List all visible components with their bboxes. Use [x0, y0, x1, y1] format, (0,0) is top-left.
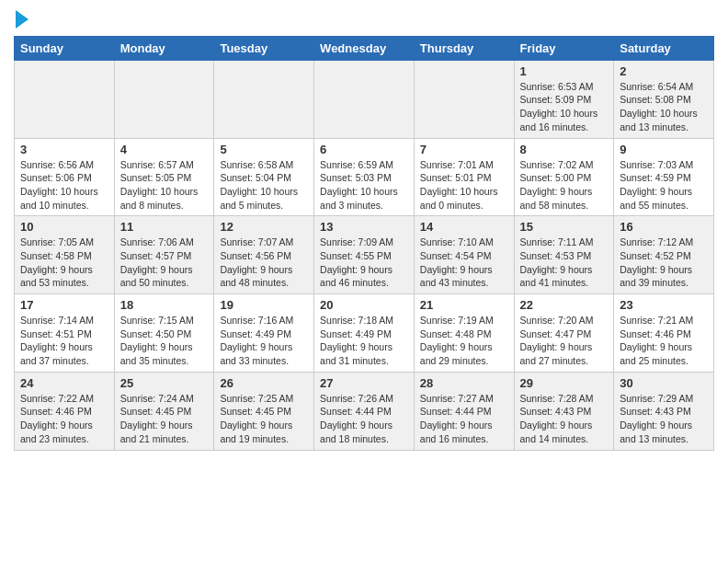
day-content: Sunrise: 7:27 AM Sunset: 4:44 PM Dayligh…: [420, 392, 508, 446]
day-content: Sunrise: 7:10 AM Sunset: 4:54 PM Dayligh…: [420, 236, 508, 290]
table-cell: 11Sunrise: 7:06 AM Sunset: 4:57 PM Dayli…: [114, 216, 214, 294]
day-number: 18: [120, 298, 209, 312]
day-number: 22: [520, 298, 609, 312]
day-number: 24: [20, 376, 108, 390]
table-cell: [214, 60, 314, 138]
day-number: 15: [520, 220, 609, 234]
table-cell: 16Sunrise: 7:12 AM Sunset: 4:52 PM Dayli…: [614, 216, 714, 294]
table-cell: 13Sunrise: 7:09 AM Sunset: 4:55 PM Dayli…: [314, 216, 415, 294]
day-content: Sunrise: 7:05 AM Sunset: 4:58 PM Dayligh…: [20, 236, 108, 290]
day-number: 5: [220, 143, 308, 156]
day-content: Sunrise: 7:22 AM Sunset: 4:46 PM Dayligh…: [20, 392, 108, 446]
table-cell: 20Sunrise: 7:18 AM Sunset: 4:49 PM Dayli…: [314, 294, 415, 373]
table-cell: 2Sunrise: 6:54 AM Sunset: 5:08 PM Daylig…: [614, 60, 714, 138]
day-content: Sunrise: 7:21 AM Sunset: 4:46 PM Dayligh…: [620, 314, 708, 368]
day-number: 20: [320, 298, 408, 312]
header: [14, 9, 714, 29]
table-cell: 3Sunrise: 6:56 AM Sunset: 5:06 PM Daylig…: [15, 138, 115, 216]
day-number: 4: [120, 143, 209, 156]
table-cell: 25Sunrise: 7:24 AM Sunset: 4:45 PM Dayli…: [114, 372, 214, 450]
day-content: Sunrise: 7:07 AM Sunset: 4:56 PM Dayligh…: [220, 236, 308, 290]
day-number: 25: [120, 376, 209, 390]
table-cell: 29Sunrise: 7:28 AM Sunset: 4:43 PM Dayli…: [514, 372, 614, 450]
day-content: Sunrise: 6:53 AM Sunset: 5:09 PM Dayligh…: [520, 80, 609, 134]
day-number: 16: [620, 220, 708, 234]
table-cell: 7Sunrise: 7:01 AM Sunset: 5:01 PM Daylig…: [414, 138, 514, 216]
day-number: 28: [420, 376, 508, 390]
day-content: Sunrise: 7:16 AM Sunset: 4:49 PM Dayligh…: [220, 314, 308, 368]
table-cell: 6Sunrise: 6:59 AM Sunset: 5:03 PM Daylig…: [314, 138, 415, 216]
logo: [14, 9, 28, 29]
col-saturday: Saturday: [614, 36, 714, 60]
table-cell: 9Sunrise: 7:03 AM Sunset: 4:59 PM Daylig…: [614, 138, 714, 216]
day-content: Sunrise: 6:57 AM Sunset: 5:05 PM Dayligh…: [120, 158, 209, 213]
day-number: 11: [120, 220, 209, 234]
page-container: Sunday Monday Tuesday Wednesday Thursday…: [0, 0, 728, 460]
day-content: Sunrise: 7:18 AM Sunset: 4:49 PM Dayligh…: [320, 314, 408, 368]
table-cell: 28Sunrise: 7:27 AM Sunset: 4:44 PM Dayli…: [414, 372, 514, 450]
col-sunday: Sunday: [15, 36, 115, 60]
day-content: Sunrise: 6:58 AM Sunset: 5:04 PM Dayligh…: [220, 158, 308, 213]
col-tuesday: Tuesday: [214, 36, 314, 60]
day-number: 10: [20, 220, 108, 234]
table-cell: 5Sunrise: 6:58 AM Sunset: 5:04 PM Daylig…: [214, 138, 314, 216]
table-cell: 19Sunrise: 7:16 AM Sunset: 4:49 PM Dayli…: [214, 294, 314, 373]
day-content: Sunrise: 7:29 AM Sunset: 4:43 PM Dayligh…: [620, 392, 708, 446]
day-content: Sunrise: 6:56 AM Sunset: 5:06 PM Dayligh…: [20, 158, 108, 213]
table-cell: 27Sunrise: 7:26 AM Sunset: 4:44 PM Dayli…: [314, 372, 415, 450]
day-content: Sunrise: 7:06 AM Sunset: 4:57 PM Dayligh…: [120, 236, 209, 290]
day-content: Sunrise: 7:28 AM Sunset: 4:43 PM Dayligh…: [520, 392, 609, 446]
day-number: 9: [620, 143, 708, 156]
table-cell: 14Sunrise: 7:10 AM Sunset: 4:54 PM Dayli…: [414, 216, 514, 294]
table-cell: 12Sunrise: 7:07 AM Sunset: 4:56 PM Dayli…: [214, 216, 314, 294]
calendar-week-row: 1Sunrise: 6:53 AM Sunset: 5:09 PM Daylig…: [15, 60, 714, 138]
table-cell: 30Sunrise: 7:29 AM Sunset: 4:43 PM Dayli…: [614, 372, 714, 450]
day-number: 13: [320, 220, 408, 234]
day-content: Sunrise: 7:11 AM Sunset: 4:53 PM Dayligh…: [520, 236, 609, 290]
day-number: 6: [320, 143, 408, 156]
table-cell: [314, 60, 415, 138]
table-cell: 4Sunrise: 6:57 AM Sunset: 5:05 PM Daylig…: [114, 138, 214, 216]
calendar-week-row: 10Sunrise: 7:05 AM Sunset: 4:58 PM Dayli…: [15, 216, 714, 294]
day-number: 30: [620, 376, 708, 390]
day-content: Sunrise: 7:14 AM Sunset: 4:51 PM Dayligh…: [20, 314, 108, 368]
table-cell: 1Sunrise: 6:53 AM Sunset: 5:09 PM Daylig…: [514, 60, 614, 138]
day-number: 8: [520, 143, 609, 156]
table-cell: 24Sunrise: 7:22 AM Sunset: 4:46 PM Dayli…: [15, 372, 115, 450]
day-number: 29: [520, 376, 609, 390]
table-cell: 21Sunrise: 7:19 AM Sunset: 4:48 PM Dayli…: [414, 294, 514, 373]
day-content: Sunrise: 7:19 AM Sunset: 4:48 PM Dayligh…: [420, 314, 508, 368]
col-friday: Friday: [514, 36, 614, 60]
day-content: Sunrise: 7:15 AM Sunset: 4:50 PM Dayligh…: [120, 314, 209, 368]
calendar-table: Sunday Monday Tuesday Wednesday Thursday…: [14, 36, 714, 451]
table-cell: 26Sunrise: 7:25 AM Sunset: 4:45 PM Dayli…: [214, 372, 314, 450]
day-content: Sunrise: 7:12 AM Sunset: 4:52 PM Dayligh…: [620, 236, 708, 290]
day-number: 14: [420, 220, 508, 234]
day-number: 2: [620, 64, 708, 78]
col-monday: Monday: [114, 36, 214, 60]
table-cell: [15, 60, 115, 138]
calendar-week-row: 17Sunrise: 7:14 AM Sunset: 4:51 PM Dayli…: [15, 294, 714, 373]
day-number: 27: [320, 376, 408, 390]
day-content: Sunrise: 7:03 AM Sunset: 4:59 PM Dayligh…: [620, 158, 708, 213]
table-cell: 15Sunrise: 7:11 AM Sunset: 4:53 PM Dayli…: [514, 216, 614, 294]
day-content: Sunrise: 6:54 AM Sunset: 5:08 PM Dayligh…: [620, 80, 708, 134]
day-content: Sunrise: 7:01 AM Sunset: 5:01 PM Dayligh…: [420, 158, 508, 213]
calendar-week-row: 3Sunrise: 6:56 AM Sunset: 5:06 PM Daylig…: [15, 138, 714, 216]
table-cell: [414, 60, 514, 138]
day-content: Sunrise: 7:25 AM Sunset: 4:45 PM Dayligh…: [220, 392, 308, 446]
logo-arrow-icon: [16, 10, 28, 29]
col-wednesday: Wednesday: [314, 36, 415, 60]
day-content: Sunrise: 7:20 AM Sunset: 4:47 PM Dayligh…: [520, 314, 609, 368]
day-number: 19: [220, 298, 308, 312]
table-cell: 23Sunrise: 7:21 AM Sunset: 4:46 PM Dayli…: [614, 294, 714, 373]
table-cell: [114, 60, 214, 138]
table-cell: 18Sunrise: 7:15 AM Sunset: 4:50 PM Dayli…: [114, 294, 214, 373]
day-content: Sunrise: 7:26 AM Sunset: 4:44 PM Dayligh…: [320, 392, 408, 446]
day-content: Sunrise: 7:02 AM Sunset: 5:00 PM Dayligh…: [520, 158, 609, 213]
day-number: 12: [220, 220, 308, 234]
day-content: Sunrise: 6:59 AM Sunset: 5:03 PM Dayligh…: [320, 158, 408, 213]
calendar-week-row: 24Sunrise: 7:22 AM Sunset: 4:46 PM Dayli…: [15, 372, 714, 450]
calendar-header-row: Sunday Monday Tuesday Wednesday Thursday…: [15, 36, 714, 60]
table-cell: 10Sunrise: 7:05 AM Sunset: 4:58 PM Dayli…: [15, 216, 115, 294]
